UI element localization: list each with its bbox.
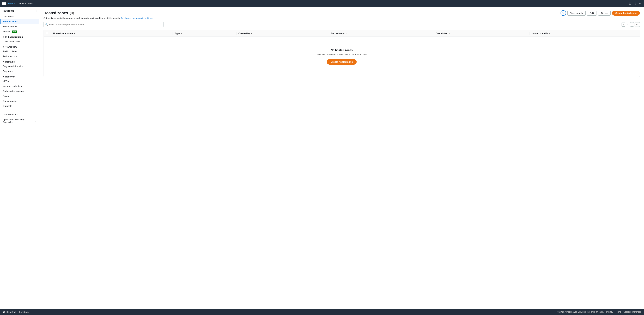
sidebar-item-registered-domains[interactable]: Registered domains — [0, 64, 39, 69]
th-record-count: Record count ▼ — [326, 30, 432, 37]
sidebar-section-ip-based-routing[interactable]: ▼ IP-based routing — [0, 34, 39, 39]
th-type: Type ▼ — [170, 30, 234, 37]
empty-state-description: There are no hosted zones created for th… — [50, 53, 634, 56]
domains-arrow: ▼ — [3, 61, 4, 63]
menu-icon[interactable] — [2, 2, 6, 5]
page-number: 1 — [626, 23, 629, 26]
dns-firewall-external-icon: ↗ — [17, 114, 18, 116]
sidebar-item-outbound-endpoints[interactable]: Outbound endpoints — [0, 88, 39, 94]
sidebar-nav: Dashboard Hosted zones Health checks Pro… — [0, 14, 39, 309]
sidebar: Route 53 ‹ Dashboard Hosted zones Health… — [0, 7, 40, 309]
delete-button[interactable]: Delete — [598, 11, 610, 16]
footer-cookie-link[interactable]: Cookie preferences — [624, 311, 641, 313]
sidebar-item-outposts[interactable]: Outposts — [0, 104, 39, 108]
main-content: Hosted zones (0) ↻ View details Edit Del… — [40, 7, 644, 309]
bottom-right: © 2024, Amazon Web Services, Inc. or its… — [557, 311, 641, 313]
sort-hosted-zone-name[interactable]: ▼ — [74, 32, 76, 34]
table-wrap: Hosted zone name ▼ Type ▼ — [44, 30, 640, 77]
view-details-button[interactable]: View details — [568, 11, 586, 16]
profiles-new-badge: New — [12, 30, 17, 33]
settings-icon[interactable]: ⚙ — [638, 2, 642, 5]
top-bar-icons: ⊡ ℹ ⚙ — [628, 2, 642, 5]
sidebar-item-arc[interactable]: Application Recovery Controller ↗ — [0, 117, 39, 124]
next-page-button[interactable]: › — [630, 22, 634, 26]
auto-mode-notice: Automatic mode is the current search beh… — [44, 17, 640, 19]
sidebar-item-traffic-policies[interactable]: Traffic policies — [0, 49, 39, 54]
sidebar-item-requests[interactable]: Requests — [0, 69, 39, 74]
sidebar-section-domains[interactable]: ▼ Domains — [0, 59, 39, 64]
prev-page-button[interactable]: ‹ — [622, 22, 625, 26]
footer-terms-link[interactable]: Terms — [616, 311, 621, 313]
sidebar-item-dashboard[interactable]: Dashboard — [0, 14, 39, 19]
footer-copyright: © 2024, Amazon Web Services, Inc. or its… — [557, 311, 604, 313]
sidebar-item-vpcs[interactable]: VPCs — [0, 79, 39, 84]
pagination-row: ‹ 1 › ⚙ — [622, 22, 640, 27]
sort-description[interactable]: ▼ — [449, 32, 451, 34]
select-all-col — [44, 30, 51, 37]
sidebar-collapse-button[interactable]: ‹ — [36, 9, 36, 12]
hosted-zones-table: Hosted zone name ▼ Type ▼ — [44, 30, 640, 76]
breadcrumb: Route 53 › Hosted zones — [8, 2, 626, 5]
sidebar-section-resolver[interactable]: ▼ Resolver — [0, 74, 39, 79]
search-input-wrap: 🔍 — [44, 22, 164, 27]
table-body: No hosted zones There are no hosted zone… — [44, 37, 640, 77]
layout: Route 53 ‹ Dashboard Hosted zones Health… — [0, 7, 644, 309]
top-bar: Route 53 › Hosted zones ⊡ ℹ ⚙ — [0, 0, 644, 7]
search-bar-row: 🔍 ‹ 1 › ⚙ — [44, 22, 640, 27]
sidebar-item-health-checks[interactable]: Health checks — [0, 24, 39, 29]
sidebar-section-traffic-flow[interactable]: ▼ Traffic flow — [0, 44, 39, 49]
footer-privacy-link[interactable]: Privacy — [606, 311, 613, 313]
table-settings-button[interactable]: ⚙ — [634, 22, 640, 27]
breadcrumb-route53-link[interactable]: Route 53 — [8, 2, 16, 5]
sort-record-count[interactable]: ▼ — [346, 32, 348, 34]
sidebar-item-rules[interactable]: Rules — [0, 94, 39, 98]
sidebar-title: Route 53 — [3, 9, 14, 12]
main-panel: Hosted zones (0) ↻ View details Edit Del… — [40, 7, 644, 309]
table-header: Hosted zone name ▼ Type ▼ — [44, 30, 640, 37]
sidebar-item-query-logging[interactable]: Query logging — [0, 98, 39, 104]
hosted-zones-count: (0) — [70, 11, 74, 15]
page-title: Hosted zones (0) — [44, 11, 74, 15]
empty-create-hosted-zone-button[interactable]: Create hosted zone — [327, 59, 356, 64]
refresh-button[interactable]: ↻ — [560, 10, 566, 16]
edit-button[interactable]: Edit — [587, 11, 597, 16]
traffic-flow-label: Traffic flow — [5, 46, 17, 48]
domains-label: Domains — [5, 60, 15, 63]
change-modes-link[interactable]: To change modes go to settings. — [121, 17, 153, 19]
resolver-label: Resolver — [5, 76, 15, 78]
cloudshell-button[interactable]: ▣ CloudShell — [3, 311, 16, 313]
ip-routing-arrow: ▼ — [3, 36, 4, 38]
bottom-bar: ▣ CloudShell Feedback © 2024, Amazon Web… — [0, 309, 644, 315]
page-header-row: Hosted zones (0) ↻ View details Edit Del… — [44, 10, 640, 16]
ip-routing-label: IP-based routing — [5, 36, 23, 38]
sidebar-item-cidr-collections[interactable]: CIDR collections — [0, 39, 39, 44]
resolver-arrow: ▼ — [3, 76, 4, 78]
cloudshell-icon: ▣ — [3, 311, 5, 313]
refresh-icon: ↻ — [562, 12, 564, 15]
feedback-button[interactable]: Feedback — [19, 311, 29, 313]
header-actions: ↻ View details Edit Delete Create hosted… — [560, 10, 640, 16]
empty-state: No hosted zones There are no hosted zone… — [46, 38, 637, 75]
sidebar-item-dns-firewall[interactable]: DNS Firewall ↗ — [0, 112, 39, 117]
breadcrumb-current: Hosted zones — [19, 2, 33, 5]
th-hosted-zone-name: Hosted zone name ▼ — [51, 30, 170, 37]
create-hosted-zone-button[interactable]: Create hosted zone — [612, 11, 640, 16]
info-icon[interactable]: ℹ — [634, 2, 637, 5]
breadcrumb-separator: › — [18, 2, 18, 5]
sidebar-item-inbound-endpoints[interactable]: Inbound endpoints — [0, 84, 39, 88]
search-input[interactable] — [44, 22, 164, 27]
sidebar-item-policy-records[interactable]: Policy records — [0, 54, 39, 59]
sort-type[interactable]: ▼ — [180, 32, 182, 34]
th-description: Description ▼ — [431, 30, 527, 37]
sidebar-item-hosted-zones[interactable]: Hosted zones — [0, 19, 39, 24]
arc-external-icon: ↗ — [35, 120, 36, 122]
th-hosted-zone-id: Hosted zone ID ▼ — [527, 30, 640, 37]
sidebar-item-profiles[interactable]: Profiles New — [0, 29, 39, 34]
sort-created-by[interactable]: ▼ — [251, 32, 252, 34]
sidebar-footer: DNS Firewall ↗ Application Recovery Cont… — [0, 112, 39, 127]
empty-state-row: No hosted zones There are no hosted zone… — [44, 37, 640, 77]
split-view-icon[interactable]: ⊡ — [628, 2, 632, 5]
sort-hosted-zone-id[interactable]: ▼ — [548, 32, 550, 34]
traffic-flow-arrow: ▼ — [3, 46, 4, 48]
select-all-checkbox[interactable] — [46, 32, 48, 34]
